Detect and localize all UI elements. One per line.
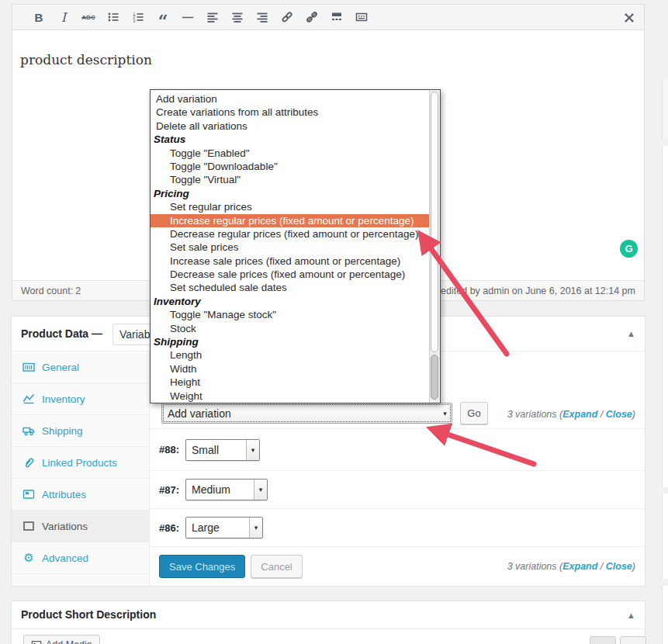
bullet-list-button[interactable] <box>102 7 125 27</box>
unlink-button[interactable] <box>300 7 324 27</box>
dropdown-option[interactable]: Create variations from all attributes <box>151 106 429 119</box>
editor-mode-tab-stub-2[interactable] <box>620 636 646 644</box>
variation-attribute-select[interactable]: Medium ▾ <box>185 479 268 500</box>
save-changes-button[interactable]: Save Changes <box>159 555 245 578</box>
variations-footer-row: Save Changes Cancel 3 variations (Expand… <box>150 547 645 586</box>
tab-attributes[interactable]: Attributes <box>12 479 149 511</box>
dropdown-option[interactable]: Status <box>151 133 429 146</box>
variation-value: Small <box>192 444 219 456</box>
align-center-button[interactable] <box>226 7 249 27</box>
blockquote-button[interactable]: “ <box>151 7 175 27</box>
more-tag-icon <box>331 11 343 23</box>
short-description-metabox: Product Short Description ▲ Add Media <box>12 601 645 644</box>
tab-shipping[interactable]: Shipping <box>12 415 149 447</box>
variation-value: Large <box>192 521 220 534</box>
italic-button[interactable]: I <box>52 7 75 27</box>
align-right-icon <box>256 11 268 23</box>
right-column-edge <box>662 146 668 487</box>
bold-button[interactable]: B <box>27 7 50 27</box>
select-arrow-icon: ▾ <box>254 480 267 500</box>
dropdown-options-list: Add variation Create variations from all… <box>151 90 429 403</box>
cancel-button[interactable]: Cancel <box>251 555 302 578</box>
variations-toolbar-row: Add variation ▾ Go 3 variations (Expand … <box>150 400 645 429</box>
editor-mode-tab-stub-1[interactable] <box>590 636 616 644</box>
variation-value: Medium <box>192 483 230 496</box>
add-media-label: Add Media <box>46 639 92 644</box>
right-column-edge <box>662 586 668 644</box>
dropdown-option[interactable]: Set scheduled sale dates <box>151 281 429 294</box>
dropdown-option[interactable]: Increase regular prices (fixed amount or… <box>151 214 429 227</box>
tab-inventory[interactable]: Inventory <box>12 383 149 415</box>
dropdown-option[interactable]: Decrease regular prices (fixed amount or… <box>151 227 429 241</box>
align-center-icon <box>231 11 244 23</box>
product-data-title: Product Data — <box>21 317 102 351</box>
dropdown-scrollbar[interactable] <box>429 90 440 403</box>
expand-link[interactable]: Expand <box>562 409 597 420</box>
variation-attribute-select[interactable]: Small ▾ <box>185 439 260 461</box>
close-link[interactable]: Close <box>606 409 632 420</box>
dropdown-option[interactable]: Toggle "Virtual" <box>151 173 429 186</box>
close-link[interactable]: Close <box>606 561 632 572</box>
tab-label: Variations <box>42 521 88 532</box>
word-count: Word count:2 <box>21 286 83 296</box>
tab-variations[interactable]: Variations <box>12 511 149 542</box>
product-edit-page: B I ABC 123 “ — <box>0 0 668 644</box>
grammarly-icon[interactable]: G <box>620 240 638 258</box>
dropdown-option[interactable]: Set regular prices <box>151 200 429 213</box>
strikethrough-button[interactable]: ABC <box>77 7 100 27</box>
numbered-list-button[interactable]: 123 <box>126 7 150 27</box>
tab-linked-products[interactable]: Linked Products <box>12 447 149 479</box>
variations-summary: 3 variations (Expand / Close) <box>507 400 635 428</box>
variation-id: #87: <box>159 484 179 496</box>
variation-row: #86: Large ▾ <box>150 509 645 547</box>
select-arrow-icon: ▾ <box>249 518 262 538</box>
more-tag-button[interactable] <box>325 7 348 27</box>
dropdown-option[interactable]: Add variation <box>151 92 429 106</box>
collapse-arrow-icon[interactable]: ▲ <box>627 611 635 620</box>
variation-id: #88: <box>159 444 179 455</box>
toolbar-toggle-icon <box>355 11 368 23</box>
collapse-arrow-icon[interactable]: ▲ <box>627 329 635 338</box>
select-arrow-icon: ▾ <box>246 440 259 460</box>
dropdown-option[interactable]: Toggle "Manage stock" <box>151 308 429 321</box>
last-edited-text: Last edited by admin on June 6, 2016 at … <box>420 286 635 296</box>
horizontal-rule-button[interactable]: — <box>176 7 199 27</box>
align-left-button[interactable] <box>201 7 224 27</box>
variation-row: #88: Small ▾ <box>150 429 645 471</box>
add-media-button[interactable]: Add Media <box>23 635 100 644</box>
dropdown-option[interactable]: Set sale prices <box>151 241 429 254</box>
short-description-title: Product Short Description <box>21 601 156 628</box>
bulk-actions-value: Add variation <box>168 407 231 420</box>
go-button[interactable]: Go <box>460 402 488 424</box>
variation-row: #87: Medium ▾ <box>150 471 645 509</box>
truck-icon <box>22 424 35 437</box>
dropdown-option[interactable]: Decrease sale prices (fixed amount or pe… <box>151 268 429 281</box>
bulk-actions-select[interactable]: Add variation ▾ <box>161 403 452 424</box>
align-right-button[interactable] <box>251 7 274 27</box>
dropdown-option[interactable]: Length <box>151 348 429 362</box>
right-column-edge <box>662 493 668 579</box>
dropdown-option[interactable]: Increase sale prices (fixed amount or pe… <box>151 254 429 268</box>
dropdown-option[interactable]: Toggle "Downloadable" <box>151 160 429 173</box>
toolbar-toggle-button[interactable] <box>350 7 373 27</box>
numbered-list-icon: 123 <box>132 11 144 23</box>
dropdown-option[interactable]: Shipping <box>151 335 429 348</box>
dropdown-option[interactable]: Pricing <box>151 187 429 200</box>
tab-advanced[interactable]: ⚙ Advanced <box>12 542 149 574</box>
dropdown-option[interactable]: Delete all variations <box>151 119 429 133</box>
dropdown-option[interactable]: Weight <box>151 390 429 403</box>
dropdown-option[interactable]: Stock <box>151 322 429 335</box>
link-button[interactable] <box>275 7 299 27</box>
product-data-tabs: General Inventory Shipping Linked Produc… <box>12 351 150 586</box>
dropdown-option[interactable]: Inventory <box>151 295 429 308</box>
dropdown-option[interactable]: Width <box>151 362 429 376</box>
dropdown-option[interactable]: Toggle "Enabled" <box>151 147 429 160</box>
tab-general[interactable]: General <box>12 351 149 383</box>
scrollbar-thumb[interactable] <box>431 92 438 352</box>
expand-link[interactable]: Expand <box>562 561 597 572</box>
dropdown-option[interactable]: Height <box>151 376 429 389</box>
scrollbar-slider[interactable] <box>431 355 438 400</box>
variation-attribute-select[interactable]: Large ▾ <box>185 517 263 538</box>
variation-id: #86: <box>159 522 179 534</box>
fullscreen-button[interactable] <box>618 8 641 28</box>
